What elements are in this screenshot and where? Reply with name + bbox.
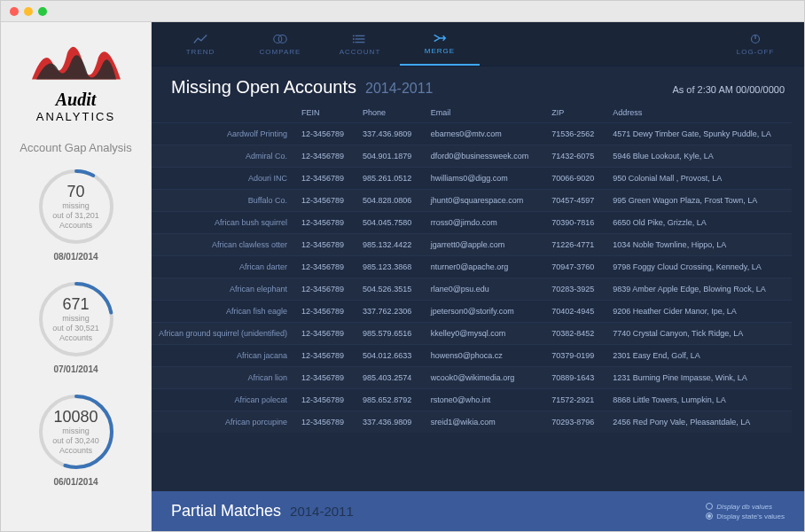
radio-db-values[interactable]: Display db values (706, 503, 785, 511)
cell-phone: 985.132.4422 (356, 234, 424, 256)
table-scroll[interactable]: FEINPhoneEmailZIPAddress Aardwolf Printi… (152, 103, 804, 491)
maximize-icon[interactable] (38, 7, 47, 16)
cell-addr: 1034 Noble Townline, Hippo, LA (606, 234, 792, 256)
table-row[interactable]: Buffalo Co.12-3456789504.828.0806jhunt0@… (152, 190, 792, 212)
table-row[interactable]: African fish eagle12-3456789337.762.2306… (152, 301, 792, 323)
cell-addr: 9798 Foggy Cloud Crossing, Kennedy, LA (606, 256, 792, 278)
page-years: 2014-2011 (365, 81, 434, 97)
cell-email: jgarrett0@apple.com (424, 234, 545, 256)
radio-icon (706, 503, 713, 510)
table-row[interactable]: African porcupine12-3456789337.436.9809s… (152, 411, 792, 434)
nav-label: MERGE (425, 47, 455, 55)
sidebar-title: Account Gap Analysis (20, 141, 131, 154)
asof-text: As of 2:30 AM 00/00/0000 (672, 84, 785, 95)
table-row[interactable]: African polecat12-3456789985.652.8792rst… (152, 389, 792, 411)
cell-addr: 950 Colonial Mall , Provost, LA (606, 168, 792, 190)
table-row[interactable]: Admiral Co.12-3456789504.901.1879dford0@… (152, 145, 792, 168)
nav-label: ACCOUNT (340, 48, 381, 56)
cell-email: rlane0@psu.edu (424, 278, 545, 301)
table-row[interactable]: African ground squirrel (unidentified)12… (152, 323, 792, 345)
svg-point-11 (353, 35, 355, 36)
cell-addr: 6650 Old Pike, Grizzle, LA (606, 212, 792, 234)
accounts-table: FEINPhoneEmailZIPAddress Aardwolf Printi… (152, 103, 792, 433)
cell-zip: 70293-8796 (544, 411, 606, 434)
cell-phone: 985.261.0512 (356, 168, 424, 190)
cell-phone: 504.526.3515 (356, 278, 424, 301)
svg-point-13 (353, 41, 355, 43)
cell-name: African bush squirrel (152, 212, 294, 234)
cell-addr: 2301 Easy End, Golf, LA (606, 345, 792, 367)
cell-zip: 71536-2562 (544, 123, 606, 145)
cell-zip: 70382-8452 (544, 323, 606, 345)
cell-zip: 70889-1643 (544, 367, 606, 389)
partial-years: 2014-2011 (290, 504, 354, 519)
cell-zip: 70402-4945 (544, 301, 606, 323)
radio-state-values[interactable]: Display state's values (706, 512, 785, 520)
cell-name: African lion (152, 367, 294, 389)
nav-account[interactable]: ACCOUNT (320, 22, 400, 66)
gap-ring: 70 missingout of 31,201Accounts (36, 167, 116, 246)
gap-card[interactable]: 10080 missingout of 30,240Accounts 06/01… (36, 392, 116, 487)
cell-name: African porcupine (152, 411, 294, 434)
cell-email: jhunt0@squarespace.com (424, 190, 545, 212)
gap-number: 70 (66, 183, 84, 201)
cell-zip: 70947-3760 (544, 256, 606, 278)
cell-fein: 12-3456789 (294, 278, 356, 301)
svg-point-12 (353, 38, 355, 40)
table-row[interactable]: Adouri INC12-3456789985.261.0512hwilliam… (152, 168, 792, 190)
column-header[interactable]: Email (424, 103, 545, 123)
cell-fein: 12-3456789 (294, 345, 356, 367)
minimize-icon[interactable] (24, 7, 33, 16)
partial-matches-bar: Partial Matches 2014-2011 Display db val… (152, 491, 804, 531)
table-row[interactable]: African clawless otter12-3456789985.132.… (152, 234, 792, 256)
nav-label: COMPARE (260, 48, 301, 56)
cell-addr: 995 Green Wagon Plaza, Frost Town, LA (606, 190, 792, 212)
cell-fein: 12-3456789 (294, 301, 356, 323)
table-row[interactable]: African elephant12-3456789504.526.3515rl… (152, 278, 792, 301)
cell-zip: 70457-4597 (544, 190, 606, 212)
gap-number: 671 (62, 295, 89, 314)
close-icon[interactable] (10, 7, 19, 16)
gap-card[interactable]: 671 missingout of 30,521Accounts 07/01/2… (36, 279, 116, 374)
cell-email: nturner0@apache.org (424, 256, 545, 278)
display-radio-group: Display db values Display state's values (706, 503, 785, 520)
cell-phone: 504.012.6633 (356, 345, 424, 367)
cell-fein: 12-3456789 (294, 145, 356, 168)
cell-addr: 9839 Amber Apple Edge, Blowing Rock, LA (606, 278, 792, 301)
table-row[interactable]: African bush squirrel12-3456789504.045.7… (152, 212, 792, 234)
table-row[interactable]: African jacana12-3456789504.012.6633howe… (152, 345, 792, 367)
cell-email: rstone0@who.int (424, 389, 545, 411)
cell-fein: 12-3456789 (294, 367, 356, 389)
cell-fein: 12-3456789 (294, 323, 356, 345)
table-row[interactable]: African darter12-3456789985.123.3868ntur… (152, 256, 792, 278)
nav-compare[interactable]: COMPARE (240, 22, 320, 66)
cell-name: African clawless otter (152, 234, 294, 256)
cell-name: Buffalo Co. (152, 190, 294, 212)
column-header[interactable] (152, 103, 294, 123)
nav-logoff[interactable]: LOG-OFF (715, 22, 795, 66)
column-header[interactable]: FEIN (294, 103, 356, 123)
column-header[interactable]: Phone (356, 103, 424, 123)
cell-addr: 7740 Crystal Canyon, Tick Ridge, LA (606, 323, 792, 345)
cell-phone: 504.045.7580 (356, 212, 424, 234)
gap-date: 08/01/2014 (53, 252, 98, 262)
cell-fein: 12-3456789 (294, 256, 356, 278)
nav-merge[interactable]: MERGE (400, 22, 480, 66)
gap-card[interactable]: 70 missingout of 31,201Accounts 08/01/20… (36, 167, 116, 262)
cell-phone: 337.436.9809 (356, 411, 424, 434)
cell-name: African jacana (152, 345, 294, 367)
cell-fein: 12-3456789 (294, 190, 356, 212)
svg-point-6 (274, 35, 282, 43)
cell-name: Adouri INC (152, 168, 294, 190)
nav-trend[interactable]: TREND (160, 22, 240, 66)
main-panel: TREND COMPARE ACCOUNT MERGE LOG-OFF (152, 22, 804, 531)
column-header[interactable]: ZIP (544, 103, 606, 123)
cell-email: howens0@phoca.cz (424, 345, 545, 367)
table-row[interactable]: African lion12-3456789985.403.2574wcook0… (152, 367, 792, 389)
cell-addr: 1231 Burning Pine Impasse, Wink, LA (606, 367, 792, 389)
cell-addr: 9206 Heather Cider Manor, Ipe, LA (606, 301, 792, 323)
cell-phone: 337.436.9809 (356, 123, 424, 145)
table-row[interactable]: Aardwolf Printing12-3456789337.436.9809e… (152, 123, 792, 145)
column-header[interactable]: Address (606, 103, 792, 123)
cell-name: Admiral Co. (152, 145, 294, 168)
